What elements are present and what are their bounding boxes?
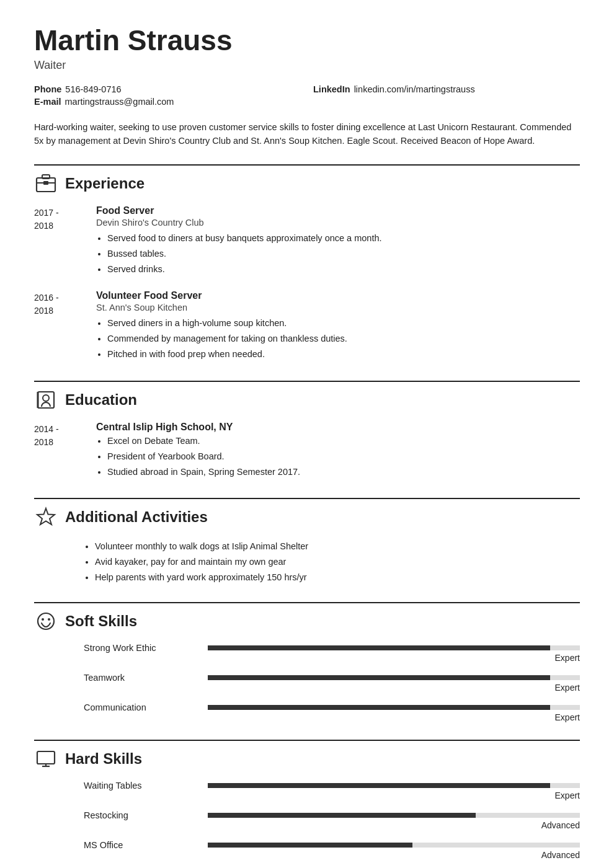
skill-level-2: Expert xyxy=(555,712,580,722)
list-item: Served drinks. xyxy=(107,262,580,277)
email-item: E-mailmartingstrauss@gmail.com xyxy=(34,97,301,107)
list-item: Excel on Debate Team. xyxy=(107,434,580,448)
exp-content-1: Volunteer Food Server St. Ann's Soup Kit… xyxy=(96,290,580,363)
hard-skills-icon xyxy=(34,747,58,771)
hard-skill-name-0: Waiting Tables xyxy=(84,781,208,790)
activities-bullets: Volunteer monthly to walk dogs at Islip … xyxy=(84,539,580,585)
hard-skill-name-1: Restocking xyxy=(84,810,208,820)
skill-name-1: Teamwork xyxy=(84,673,208,683)
soft-skills-header: Soft Skills xyxy=(34,602,580,633)
skill-name-0: Strong Work Ethic xyxy=(84,643,208,653)
list-item: Volunteer monthly to walk dogs at Islip … xyxy=(95,539,580,554)
hard-skills-header: Hard Skills xyxy=(34,740,580,771)
hard-skills-section: Hard Skills Waiting Tables Expert Restoc… xyxy=(34,740,580,860)
experience-icon xyxy=(34,172,58,195)
svg-point-5 xyxy=(43,395,49,401)
list-item: Bussed tables. xyxy=(107,247,580,261)
list-item: Commended by management for taking on th… xyxy=(107,332,580,346)
experience-entry-0: 2017 -2018 Food Server Devin Shiro's Cou… xyxy=(34,205,580,278)
linkedin-label: LinkedIn xyxy=(313,84,350,94)
svg-rect-3 xyxy=(43,181,48,185)
list-item: Served diners in a high-volume soup kitc… xyxy=(107,316,580,330)
exp-bullets-1: Served diners in a high-volume soup kitc… xyxy=(96,316,580,362)
exp-jobtitle-1: Volunteer Food Server xyxy=(96,290,580,301)
soft-skills-title: Soft Skills xyxy=(65,613,137,630)
skill-restocking: Restocking Advanced xyxy=(34,810,580,830)
skill-level-0: Expert xyxy=(555,653,580,663)
soft-skills-section: Soft Skills Strong Work Ethic Expert Tea… xyxy=(34,602,580,722)
edu-jobtitle-0: Central Islip High School, NY xyxy=(96,422,580,433)
svg-rect-11 xyxy=(37,751,55,764)
exp-jobtitle-0: Food Server xyxy=(96,205,580,216)
hard-skill-level-0: Expert xyxy=(555,790,580,800)
skill-name-2: Communication xyxy=(84,702,208,712)
phone-value: 516-849-0716 xyxy=(65,84,121,94)
linkedin-item: LinkedInlinkedin.com/in/martingstrauss xyxy=(313,84,580,94)
activities-header: Additional Activities xyxy=(34,498,580,529)
activities-list: Volunteer monthly to walk dogs at Islip … xyxy=(34,539,580,585)
skill-teamwork: Teamwork Expert xyxy=(34,673,580,693)
hard-skills-title: Hard Skills xyxy=(65,750,142,768)
skill-strong-work-ethic: Strong Work Ethic Expert xyxy=(34,643,580,663)
email-label: E-mail xyxy=(34,97,61,107)
exp-date-1: 2016 -2018 xyxy=(34,290,90,363)
svg-marker-7 xyxy=(37,508,55,525)
list-item: Studied abroad in Spain, Spring Semester… xyxy=(107,465,580,479)
skill-level-1: Expert xyxy=(555,683,580,693)
activities-icon xyxy=(34,505,58,529)
list-item: Pitched in with food prep when needed. xyxy=(107,347,580,361)
list-item: Avid kayaker, pay for and maintain my ow… xyxy=(95,554,580,570)
education-entry-0: 2014 -2018 Central Islip High School, NY… xyxy=(34,422,580,481)
email-value: martingstrauss@gmail.com xyxy=(65,97,174,107)
hard-skill-level-2: Advanced xyxy=(541,850,580,860)
skill-ms-office: MS Office Advanced xyxy=(34,840,580,860)
education-header: Education xyxy=(34,381,580,412)
skill-communication: Communication Expert xyxy=(34,702,580,722)
svg-point-10 xyxy=(48,618,50,621)
phone-item: Phone516-849-0716 xyxy=(34,84,301,94)
experience-title: Experience xyxy=(65,175,145,192)
activities-title: Additional Activities xyxy=(65,508,208,526)
education-icon xyxy=(34,388,58,412)
resume-name: Martin Strauss xyxy=(34,25,580,56)
experience-section: Experience 2017 -2018 Food Server Devin … xyxy=(34,164,580,363)
phone-label: Phone xyxy=(34,84,61,94)
edu-content-0: Central Islip High School, NY Excel on D… xyxy=(96,422,580,481)
hard-skill-name-2: MS Office xyxy=(84,840,208,850)
list-item: President of Yearbook Board. xyxy=(107,450,580,464)
svg-point-9 xyxy=(42,618,44,621)
education-title: Education xyxy=(65,391,137,409)
list-item: Served food to diners at busy banquets a… xyxy=(107,231,580,246)
edu-bullets-0: Excel on Debate Team. President of Yearb… xyxy=(96,434,580,480)
linkedin-value: linkedin.com/in/martingstrauss xyxy=(354,84,475,94)
exp-content-0: Food Server Devin Shiro's Country Club S… xyxy=(96,205,580,278)
contact-section: Phone516-849-0716 LinkedInlinkedin.com/i… xyxy=(34,84,580,107)
soft-skills-icon xyxy=(34,609,58,633)
exp-date-0: 2017 -2018 xyxy=(34,205,90,278)
experience-entry-1: 2016 -2018 Volunteer Food Server St. Ann… xyxy=(34,290,580,363)
exp-org-1: St. Ann's Soup Kitchen xyxy=(96,303,580,312)
activities-section: Additional Activities Volunteer monthly … xyxy=(34,498,580,585)
edu-date-0: 2014 -2018 xyxy=(34,422,90,481)
svg-rect-1 xyxy=(42,175,50,179)
exp-bullets-0: Served food to diners at busy banquets a… xyxy=(96,231,580,277)
svg-rect-4 xyxy=(38,392,54,408)
experience-header: Experience xyxy=(34,164,580,195)
resume-title: Waiter xyxy=(34,59,580,72)
summary-text: Hard-working waiter, seeking to use prov… xyxy=(34,120,580,148)
hard-skill-level-1: Advanced xyxy=(541,820,580,830)
list-item: Help parents with yard work approximatel… xyxy=(95,570,580,585)
education-section: Education 2014 -2018 Central Islip High … xyxy=(34,381,580,481)
skill-waiting-tables: Waiting Tables Expert xyxy=(34,781,580,800)
exp-org-0: Devin Shiro's Country Club xyxy=(96,218,580,228)
